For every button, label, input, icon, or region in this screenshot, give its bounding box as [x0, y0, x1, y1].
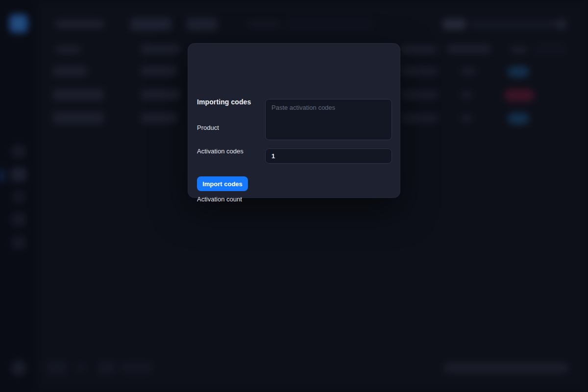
modal-title: Importing codes: [197, 98, 251, 106]
activation-codes-textarea[interactable]: [265, 99, 392, 140]
activation-count-label: Activation count: [197, 196, 242, 203]
importing-codes-modal: Importing codes ✕ Product Select product…: [188, 43, 400, 198]
activation-codes-label: Activation codes: [197, 147, 244, 155]
app-window: Importing codes ✕ Product Select product…: [0, 0, 588, 392]
activation-count-input[interactable]: [265, 148, 392, 164]
product-label: Product: [197, 124, 219, 131]
import-codes-button[interactable]: Import codes: [197, 176, 248, 191]
